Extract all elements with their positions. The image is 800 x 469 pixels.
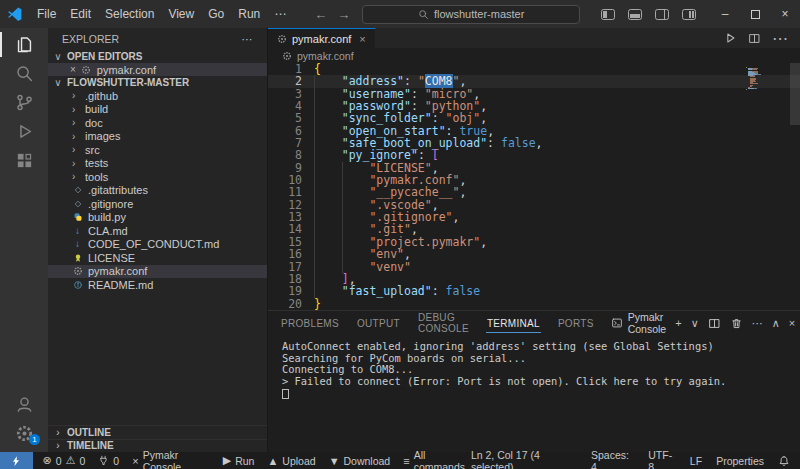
tab-label: pymakr.conf (292, 33, 351, 45)
menu-overflow[interactable]: ⋯ (267, 4, 293, 24)
menu-go[interactable]: Go (201, 4, 231, 24)
code-line-19[interactable]: 19 "fast_upload": false (268, 285, 800, 297)
section-outline[interactable]: ›OUTLINE (48, 425, 267, 439)
activity-item-run-and-debug[interactable] (0, 117, 48, 146)
file-CODE_OF_CONDUCT.md[interactable]: ↓CODE_OF_CONDUCT.md (48, 238, 267, 252)
panel-tab-problems[interactable]: PROBLEMS (280, 314, 340, 333)
minimap[interactable] (746, 67, 766, 90)
run-file-icon[interactable] (723, 31, 737, 45)
panel-actions: Pymakr Console +∨⋯∧× (611, 311, 796, 335)
close-button[interactable]: × (770, 0, 800, 28)
status-pymakr-download[interactable]: ▼Download (329, 455, 391, 467)
explorer-icon (15, 35, 34, 54)
close-editor-icon[interactable]: × (70, 64, 76, 75)
python-icon (72, 212, 83, 222)
more-actions-icon[interactable]: ⋯ (752, 317, 763, 330)
open-editors-header[interactable]: ∨OPEN EDITORS (48, 50, 267, 63)
toggle-panel-icon[interactable] (628, 9, 642, 20)
maximize-panel-icon[interactable]: ∧ (772, 317, 780, 330)
kill-terminal-icon[interactable] (730, 317, 743, 330)
activity-item-account[interactable] (0, 390, 48, 419)
status-serial-ports[interactable]: 0 (98, 455, 119, 467)
maximize-button[interactable] (740, 0, 770, 28)
status-pymakr-upload[interactable]: ▲Upload (267, 455, 315, 467)
plug-icon (98, 455, 109, 466)
explorer-more-actions-icon[interactable]: ⋯ (242, 33, 254, 45)
terminal-dropdown-icon[interactable]: ∨ (691, 317, 699, 330)
status-encoding[interactable]: UTF-8 (648, 449, 676, 469)
status-problems[interactable]: ⊗0⚠0 (43, 454, 86, 467)
toggle-secondary-sidebar-icon[interactable] (655, 9, 669, 20)
minimize-button[interactable]: – (710, 0, 740, 28)
status-language-mode[interactable]: Properties (716, 455, 764, 467)
breadcrumb[interactable]: pymakr.conf (268, 48, 800, 63)
menu-selection[interactable]: Selection (98, 4, 161, 24)
terminal-selector[interactable]: Pymakr Console (611, 311, 667, 335)
line-number: 14 (268, 223, 302, 235)
window-controls: – × (710, 0, 800, 28)
editor-more-actions-icon[interactable]: ⋯ (772, 29, 788, 48)
nav-back-icon[interactable]: ← (314, 7, 327, 22)
account-icon (15, 395, 34, 414)
code-editor[interactable]: 1{2 "address": "COM8",3 "username": "mic… (268, 63, 800, 310)
folder-images[interactable]: ›images (48, 130, 267, 144)
remote-indicator[interactable] (0, 452, 33, 469)
panel-tab-terminal[interactable]: TERMINAL (486, 314, 541, 333)
activity-item-settings[interactable]: 1 (0, 419, 48, 448)
editor-scrollbar[interactable] (790, 63, 800, 125)
code-line-20[interactable]: 20} (268, 298, 800, 310)
folder-build[interactable]: ›build (48, 103, 267, 117)
panel-tab-output[interactable]: OUTPUT (356, 314, 401, 333)
split-terminal-icon[interactable] (708, 317, 721, 330)
file-pymakr.conf[interactable]: pymakr.conf (48, 265, 267, 279)
folder-src[interactable]: ›src (48, 143, 267, 157)
menu-bar: FileEditSelectionViewGoRun⋯ (30, 4, 293, 24)
panel-tab-debug-console[interactable]: DEBUG CONSOLE (417, 308, 470, 338)
folder-.github[interactable]: ›.github (48, 89, 267, 103)
command-center-search[interactable]: flowshutter-master (362, 5, 580, 24)
activity-item-search[interactable] (0, 59, 48, 88)
folder-tests[interactable]: ›tests (48, 157, 267, 171)
editor-group: pymakr.conf × ⋯ pymakr.conf 1{2 "address… (268, 28, 800, 452)
terminal-line[interactable]: > Failed to connect (Error: Port is not … (282, 376, 800, 388)
tab-pymakr-conf[interactable]: pymakr.conf × (268, 28, 376, 48)
nav-forward-icon[interactable]: → (337, 7, 350, 22)
menu-file[interactable]: File (30, 4, 63, 24)
status-pymakr-console-toggle[interactable]: ×Pymakr Console (132, 449, 210, 469)
line-number: 8 (268, 149, 302, 161)
toggle-sidebar-icon[interactable] (601, 9, 615, 20)
menu-edit[interactable]: Edit (63, 4, 98, 24)
status-cursor-position[interactable]: Ln 2, Col 17 (4 selected) (471, 449, 577, 469)
file-README.md[interactable]: README.md (48, 278, 267, 292)
new-terminal-icon[interactable]: + (675, 317, 681, 329)
status-notifications[interactable] (778, 455, 790, 467)
line-number: 2 (268, 75, 302, 87)
close-tab-icon[interactable]: × (359, 33, 365, 45)
activity-item-source-control[interactable] (0, 88, 48, 117)
folder-tools[interactable]: ›tools (48, 170, 267, 184)
split-editor-icon[interactable] (748, 32, 761, 45)
status-indentation[interactable]: Spaces: 4 (591, 449, 634, 469)
file-.gitattributes[interactable]: .gitattributes (48, 184, 267, 198)
file-.gitignore[interactable]: .gitignore (48, 197, 267, 211)
workspace-header[interactable]: ∨FLOWSHUTTER-MASTER (48, 76, 267, 89)
customize-layout-icon[interactable] (682, 9, 696, 20)
panel-tab-ports[interactable]: PORTS (557, 314, 595, 333)
open-editor-pymakr.conf[interactable]: ×pymakr.conf (48, 63, 267, 76)
status-pymakr-all-commands[interactable]: ≡All commands (403, 449, 471, 469)
status-eol[interactable]: LF (690, 455, 702, 467)
activity-item-extensions[interactable] (0, 146, 48, 175)
activity-item-explorer[interactable] (0, 30, 48, 59)
file-build.py[interactable]: build.py (48, 211, 267, 225)
menu-run[interactable]: Run (231, 4, 267, 24)
status-pymakr-run[interactable]: ▶Run (223, 454, 255, 467)
file-CLA.md[interactable]: ↓CLA.md (48, 224, 267, 238)
chevron-right-icon: › (72, 158, 80, 169)
file-LICENSE[interactable]: LICENSE (48, 251, 267, 265)
folder-doc[interactable]: ›doc (48, 116, 267, 130)
license-icon (72, 253, 83, 263)
chevron-right-icon: › (52, 440, 64, 451)
close-panel-icon[interactable]: × (789, 317, 795, 329)
terminal-content[interactable]: AutoConnect enabled, ignoring 'address' … (268, 335, 800, 452)
menu-view[interactable]: View (161, 4, 201, 24)
